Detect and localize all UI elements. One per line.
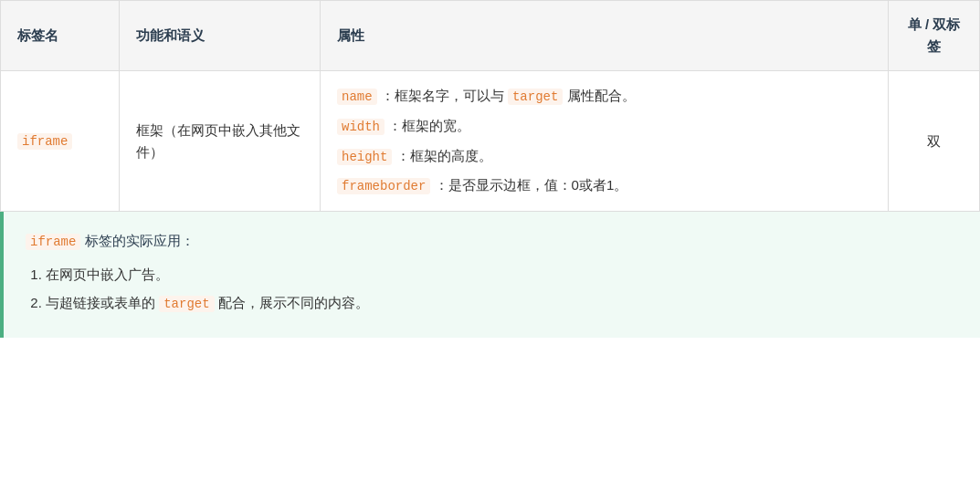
- attr-frameborder-code: frameborder: [337, 178, 430, 194]
- cell-function: 框架（在网页中嵌入其他文件）: [120, 71, 321, 212]
- col-header-function: 功能和语义: [120, 1, 321, 71]
- attr-row-name: name ：框架名字，可以与 target 属性配合。: [337, 84, 871, 109]
- note-title: iframe 标签的实际应用：: [26, 230, 958, 252]
- note-title-text: 标签的实际应用：: [85, 233, 195, 248]
- table-header-row: 标签名 功能和语义 属性 单 / 双标签: [1, 1, 980, 71]
- note-item-1-text: 在网页中嵌入广告。: [46, 266, 169, 282]
- page-container: 标签名 功能和语义 属性 单 / 双标签 iframe 框架（在网页中嵌入其他文…: [0, 0, 980, 338]
- note-item-2-code: target: [159, 296, 214, 312]
- note-list: 在网页中嵌入广告。 与超链接或表单的 target 配合，展示不同的内容。: [26, 262, 958, 316]
- table-row: iframe 框架（在网页中嵌入其他文件） name ：框架名字，可以与 tar…: [1, 71, 980, 212]
- function-text: 框架（在网页中嵌入其他文件）: [136, 122, 300, 160]
- attr-row-frameborder: frameborder ：是否显示边框，值：0或者1。: [337, 173, 871, 198]
- attr-height-code: height: [337, 149, 392, 165]
- note-item-2-before: 与超链接或表单的: [46, 295, 155, 310]
- note-item-1: 在网页中嵌入广告。: [46, 262, 958, 287]
- tag-code-iframe: iframe: [17, 133, 72, 150]
- col-header-type: 单 / 双标签: [889, 1, 980, 71]
- note-box: iframe 标签的实际应用： 在网页中嵌入广告。 与超链接或表单的 targe…: [0, 212, 980, 338]
- cell-tagname: iframe: [1, 71, 120, 212]
- attr-row-width: width ：框架的宽。: [337, 114, 871, 139]
- html-tags-table: 标签名 功能和语义 属性 单 / 双标签 iframe 框架（在网页中嵌入其他文…: [0, 0, 980, 212]
- attr-target-code: target: [508, 89, 563, 105]
- col-header-attributes: 属性: [321, 1, 889, 71]
- note-title-code: iframe: [26, 234, 80, 250]
- type-text: 双: [927, 133, 941, 149]
- col-header-tagname: 标签名: [1, 1, 120, 71]
- attr-row-height: height ：框架的高度。: [337, 144, 871, 169]
- note-item-2-after: 配合，展示不同的内容。: [218, 295, 369, 310]
- attr-width-code: width: [337, 119, 385, 135]
- attr-name-code: name: [337, 89, 377, 105]
- cell-type: 双: [889, 71, 980, 212]
- note-item-2: 与超链接或表单的 target 配合，展示不同的内容。: [46, 290, 958, 316]
- cell-attributes: name ：框架名字，可以与 target 属性配合。 width ：框架的宽。…: [321, 71, 889, 212]
